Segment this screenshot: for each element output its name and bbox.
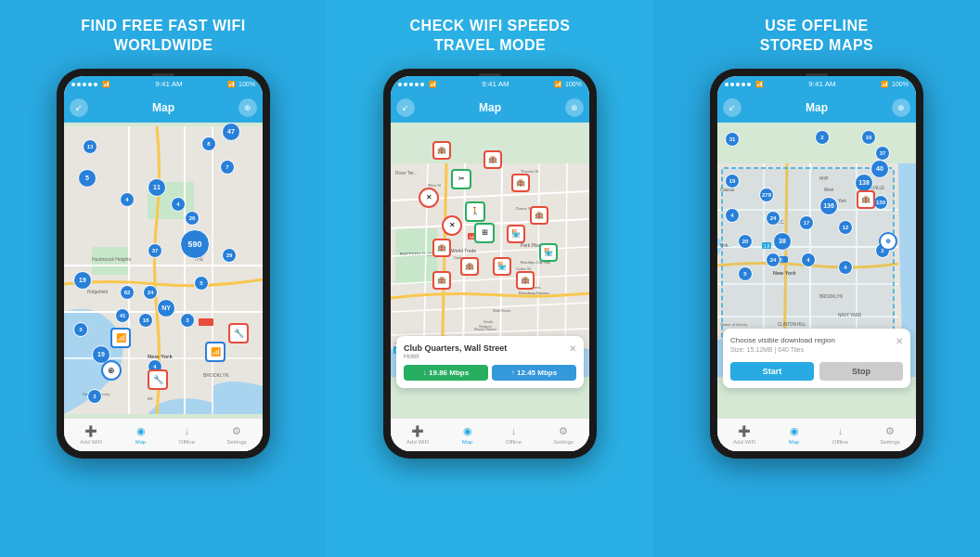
svg-text:Ridgefield: Ridgefield: [87, 289, 108, 294]
map-3: Caucus HHP West York YORKVILLE Union C. …: [717, 123, 916, 418]
app-bar-2: ↙ Map ⊕: [391, 93, 589, 123]
svg-text:Cedar St: Cedar St: [516, 266, 532, 271]
phone-2: 📶 9:41 AM 📶 100% ↙ Map ⊕: [383, 69, 597, 459]
map-icon-2: ◉: [461, 424, 474, 437]
download-popup-close[interactable]: ✕: [896, 336, 903, 346]
svg-text:1.9: 1.9: [764, 244, 770, 249]
travel-marker-11: 🏨: [432, 239, 451, 257]
marker-29: 29: [222, 248, 237, 263]
phone-3: 📶 9:41 AM 📶 100% ↙ Map ⊕: [710, 69, 923, 459]
travel-marker-9: ⊞: [474, 223, 495, 243]
marker-13: 13: [83, 139, 97, 154]
panel-check-speeds: CHECK WIFI SPEEDSTRAVEL MODE 📶 9:41 AM 📶…: [327, 0, 653, 557]
nav-map-1[interactable]: ◉ Map: [135, 424, 148, 445]
upload-speed: ↑ 12.45 Mbps: [492, 365, 576, 381]
offline-marker-17: 17: [799, 215, 814, 230]
add-wifi-icon-1: ➕: [84, 424, 97, 437]
download-popup-content: Choose visible download region Size: 15.…: [730, 336, 835, 358]
svg-text:West: West: [824, 188, 834, 192]
svg-text:BR: BR: [148, 396, 153, 401]
nav-map-3[interactable]: ◉ Map: [788, 424, 801, 445]
marker-62: 62: [120, 285, 135, 300]
settings-icon-2: ⚙: [557, 424, 570, 437]
svg-text:HHP: HHP: [819, 176, 829, 181]
svg-text:BROOKLYN: BROOKLYN: [203, 372, 229, 378]
travel-marker-5: ✕: [419, 188, 439, 208]
nav-settings-2[interactable]: ⚙ Settings: [553, 424, 574, 445]
marker-5: 5: [78, 169, 97, 188]
offline-marker-136: 136: [819, 197, 838, 215]
offline-marker-130: 130: [873, 195, 888, 210]
travel-marker-15: 🏨: [432, 271, 451, 290]
nav-offline-3[interactable]: ↓ Offline: [832, 424, 848, 445]
panel-offline-maps: USE OFFLINESTORED MAPS 📶 9:41 AM 📶 100%: [653, 0, 980, 557]
app-bar-3: ↙ Map ⊕: [717, 93, 916, 123]
svg-rect-18: [199, 318, 213, 326]
marker-4b: 4: [171, 197, 186, 212]
back-btn-2[interactable]: ↙: [396, 98, 415, 117]
travel-marker-14: 🏪: [493, 257, 511, 276]
settings-icon-3: ⚙: [883, 424, 896, 437]
marker-18: 18: [138, 313, 153, 328]
svg-text:York: York: [838, 199, 847, 203]
download-popup-title: Choose visible download region: [730, 336, 835, 344]
nav-map-2[interactable]: ◉ Map: [461, 424, 474, 445]
bottom-nav-2: ➕ Add WiFi ◉ Map ↓ Offline ⚙ Settings: [391, 418, 589, 451]
location-btn-3[interactable]: ⊕: [892, 98, 910, 117]
offline-marker-138: 138: [855, 174, 873, 192]
download-action-buttons: Start Stop: [730, 362, 903, 381]
signal-dots-3: 📶: [725, 81, 764, 88]
travel-marker-13: 🏨: [460, 257, 479, 276]
add-wifi-icon-3: ➕: [738, 424, 751, 437]
nav-settings-1[interactable]: ⚙ Settings: [226, 424, 247, 445]
location-btn-1[interactable]: ⊕: [239, 98, 257, 117]
svg-text:World Trade: World Trade: [451, 248, 476, 253]
nav-add-wifi-3[interactable]: ➕ Add WiFi: [733, 424, 755, 445]
status-right-2: 📶 100%: [554, 81, 582, 88]
travel-marker-4: 🏨: [511, 174, 530, 192]
download-start-button[interactable]: Start: [730, 362, 814, 381]
popup-close-btn[interactable]: ✕: [569, 343, 576, 354]
marker-47: 47: [222, 123, 240, 141]
offline-icon-1: ↓: [180, 424, 193, 437]
marker-3a: 3: [180, 313, 195, 328]
marker-bot-3: 3: [87, 389, 102, 404]
svg-text:New York: New York: [773, 270, 796, 276]
app-title-3: Map: [806, 101, 828, 114]
back-btn-3[interactable]: ↙: [723, 98, 741, 117]
back-btn-1[interactable]: ↙: [70, 98, 88, 117]
download-stop-button[interactable]: Stop: [819, 362, 903, 381]
travel-marker-6: 🚶: [465, 201, 485, 222]
wifi-icon-1a: 📶: [110, 328, 131, 348]
wifi-icon-1b: 📶: [205, 342, 226, 362]
nav-offline-1[interactable]: ↓ Offline: [179, 424, 195, 445]
travel-marker-10: 🏪: [507, 225, 525, 243]
map-icon-3: ◉: [788, 424, 801, 437]
marker-26: 26: [185, 211, 200, 226]
nav-add-wifi-2[interactable]: ➕ Add WiFi: [406, 424, 429, 445]
popup-venue-type: Hotel: [404, 353, 507, 359]
nav-offline-2[interactable]: ↓ Offline: [506, 424, 522, 445]
offline-marker-10: 10: [861, 130, 876, 145]
svg-text:River Ter...: River Ter...: [395, 170, 418, 175]
nav-add-wifi-1[interactable]: ➕ Add WiFi: [80, 424, 102, 445]
offline-icon-2: ↓: [507, 424, 520, 437]
wifi-info-popup: Club Quarters, Wall Street Hotel ✕ ↓ 19.…: [396, 336, 584, 388]
svg-text:New York: New York: [148, 354, 173, 359]
add-wifi-icon-2: ➕: [411, 424, 424, 437]
download-speed: ↓ 19.86 Mbps: [404, 365, 488, 381]
location-btn-2[interactable]: ⊕: [565, 98, 584, 117]
status-time-1: 9:41 AM: [155, 80, 182, 88]
travel-marker-1: 🏨: [432, 141, 451, 160]
offline-marker-4c: 4: [838, 260, 853, 275]
travel-marker-7: 🏨: [530, 206, 548, 225]
download-region-popup: Choose visible download region Size: 15.…: [723, 329, 910, 388]
bottom-nav-1: ➕ Add WiFi ◉ Map ↓ Offline ⚙ Settings: [64, 418, 263, 451]
marker-590: 590: [180, 229, 210, 259]
svg-text:West St: West St: [428, 183, 442, 188]
offline-marker-24: 24: [766, 211, 780, 226]
nav-settings-3[interactable]: ⚙ Settings: [880, 424, 900, 445]
panel-find-wifi: FIND FREE FAST WIFIWORLDWIDE 📶 9:41 AM 📶…: [0, 0, 327, 557]
svg-text:NAVY YARD: NAVY YARD: [838, 313, 862, 317]
marker-ny: NY: [157, 299, 175, 317]
